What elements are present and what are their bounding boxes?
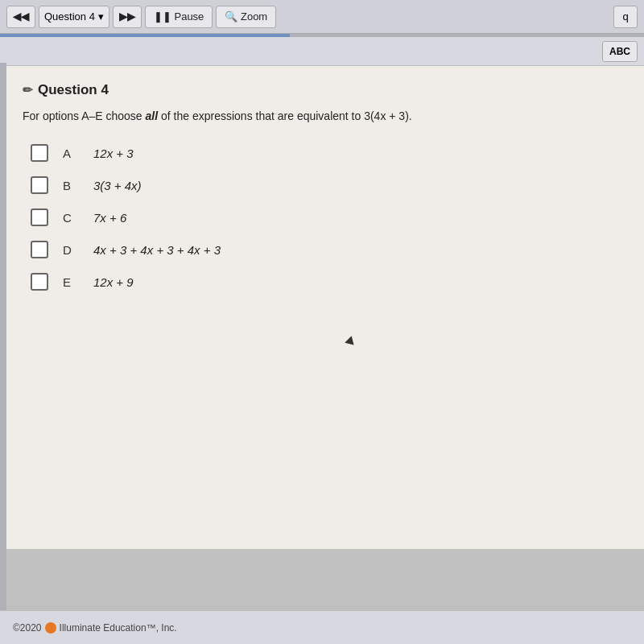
pause-button[interactable]: ❚❚ Pause — [145, 6, 213, 28]
main-toolbar: ◀◀ Question 4 ▾ ▶▶ ❚❚ Pause 🔍 Zoom q — [0, 0, 644, 34]
question-prompt: For options A–E choose all of the expres… — [23, 108, 620, 125]
option-row: D4x + 3 + 4x + 3 + 4x + 3 — [31, 241, 620, 258]
footer: ©2020 Illuminate Education™, Inc. — [0, 610, 644, 644]
option-letter: B — [63, 179, 79, 192]
search-button[interactable]: q — [613, 6, 638, 28]
option-row: C7x + 6 — [31, 208, 620, 226]
main-content: ✏ Question 4 For options A–E choose all … — [6, 66, 644, 549]
option-checkbox-a[interactable] — [31, 144, 48, 162]
option-expression: 7x + 6 — [93, 211, 126, 225]
option-expression: 12x + 3 — [93, 147, 134, 160]
question-selector[interactable]: Question 4 ▾ — [39, 6, 109, 28]
left-scrollbar — [0, 63, 6, 610]
option-expression: 4x + 3 + 4x + 3 + 4x + 3 — [93, 243, 221, 257]
illuminate-logo — [45, 622, 56, 634]
copyright-text: ©2020 — [13, 622, 42, 634]
option-checkbox-d[interactable] — [31, 241, 48, 258]
progress-bar — [0, 34, 644, 37]
progress-fill — [0, 34, 290, 37]
option-letter: A — [63, 147, 79, 160]
option-expression: 3(3 + 4x) — [93, 179, 142, 192]
option-row: E12x + 9 — [31, 273, 620, 291]
zoom-button[interactable]: 🔍 Zoom — [216, 6, 276, 28]
option-letter: E — [63, 275, 79, 289]
pencil-icon: ✏ — [23, 83, 33, 97]
prev-button[interactable]: ◀◀ — [6, 6, 35, 28]
option-expression: 12x + 9 — [93, 275, 134, 289]
chevron-down-icon: ▾ — [98, 10, 104, 23]
option-checkbox-c[interactable] — [31, 208, 48, 226]
mouse-cursor — [345, 336, 357, 349]
question-label: Question 4 — [44, 10, 95, 23]
next-button[interactable]: ▶▶ — [113, 6, 142, 28]
options-list: A12x + 3B3(3 + 4x)C7x + 6D4x + 3 + 4x + … — [31, 144, 620, 291]
option-letter: C — [63, 211, 79, 225]
option-row: A12x + 3 — [31, 144, 620, 162]
option-letter: D — [63, 243, 79, 257]
abc-button[interactable]: ABC — [602, 41, 638, 62]
abc-toolbar: ABC — [0, 37, 644, 66]
question-title: ✏ Question 4 — [23, 82, 620, 98]
option-checkbox-b[interactable] — [31, 176, 48, 194]
option-checkbox-e[interactable] — [31, 273, 48, 291]
company-name: Illuminate Education™, Inc. — [60, 622, 177, 634]
option-row: B3(3 + 4x) — [31, 176, 620, 194]
